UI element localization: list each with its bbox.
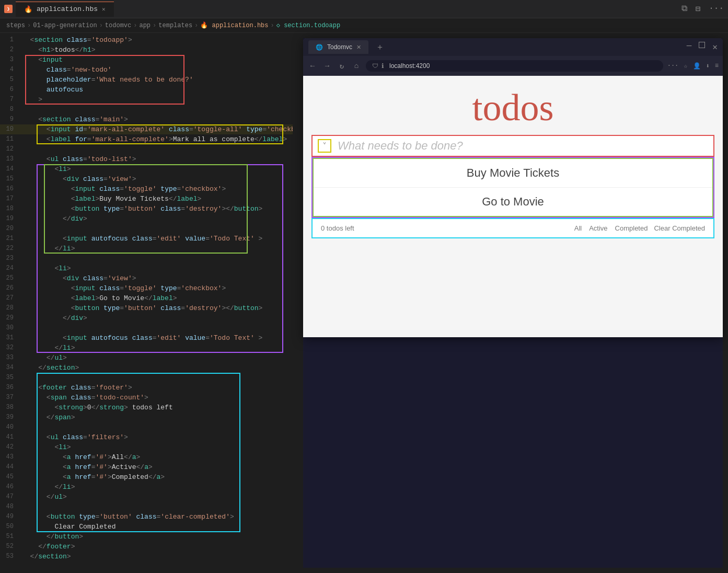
more-icon[interactable]: ··· [709, 4, 724, 14]
address-bar: ← → ↻ ⌂ 🛡 ℹ localhost:4200 ··· ☆ 👤 ⬇ ≡ [303, 56, 723, 76]
address-field[interactable]: 🛡 ℹ localhost:4200 [366, 60, 663, 72]
reload-button[interactable]: ↻ [337, 62, 347, 71]
code-line-30: 30 [0, 323, 293, 333]
breadcrumb-section[interactable]: ◇ section.todoapp [276, 21, 340, 29]
code-line-15: 15 <div class='view'> [0, 174, 293, 184]
todo-app: todos ˅ What needs to be done? [303, 76, 723, 337]
code-line-32: 32 </li> [0, 343, 293, 353]
forward-button[interactable]: → [322, 62, 332, 70]
code-line-33: 33 </ul> [0, 353, 293, 363]
code-line-20: 20 [0, 224, 293, 234]
code-line-37: 37 <span class='todo-count'> [0, 393, 293, 403]
code-line-28: 28 <button type='button' class='destroy'… [0, 303, 293, 313]
sep5: › [194, 22, 198, 29]
title-bar: ❯ 🔥 application.hbs ✕ ⧉ ⊟ ··· [0, 0, 728, 18]
code-line-34: 34 </section> [0, 363, 293, 373]
browser-tab-favicon: 🌐 [316, 44, 323, 51]
code-line-45: 45 <a href='#'>Completed</a> [0, 472, 293, 482]
sep6: › [271, 22, 274, 29]
code-line-39: 39 </span> [0, 412, 293, 422]
code-line-4: 4 class='new-todo' [0, 65, 293, 75]
code-line-26: 26 <input class='toggle' type='checkbox'… [0, 283, 293, 293]
back-button[interactable]: ← [307, 62, 318, 70]
code-line-7: 7 > [0, 95, 293, 105]
code-line-53: 53 </section> [0, 552, 293, 561]
code-line-13: 13 <ul class='todo-list'> [0, 154, 293, 164]
code-line-51: 51 </button> [0, 532, 293, 542]
editor-tab[interactable]: 🔥 application.hbs ✕ [16, 2, 114, 17]
new-tab-button[interactable]: ＋ [373, 42, 387, 53]
title-bar-left: ❯ 🔥 application.hbs ✕ [4, 2, 114, 17]
breadcrumb-file[interactable]: 🔥 application.hbs [200, 21, 268, 29]
close-button[interactable]: ✕ [712, 42, 718, 52]
address-text: localhost:4200 [389, 62, 430, 70]
code-line-10: 10 <input id='mark-all-complete' class='… [0, 124, 293, 134]
code-line-47: 47 </ul> [0, 492, 293, 502]
code-line-38: 38 <strong>0</strong> todos left [0, 403, 293, 412]
browser-preview: 🌐 Todomvc ✕ ＋ — ✕ ← → ↻ ⌂ 🛡 ℹ [303, 38, 723, 568]
browser-tab-label: Todomvc [327, 43, 352, 51]
browser-tab[interactable]: 🌐 Todomvc ✕ [308, 40, 368, 54]
browser-window: 🌐 Todomvc ✕ ＋ — ✕ ← → ↻ ⌂ 🛡 ℹ [303, 38, 723, 337]
breadcrumb-templates[interactable]: templates [158, 22, 192, 29]
todo-text-1: Buy Movie Tickets [322, 166, 704, 180]
maximize-button[interactable] [699, 42, 705, 48]
shield-icon: 🛡 [372, 62, 378, 70]
code-line-21: 21 <input autofocus class='edit' value='… [0, 234, 293, 244]
todo-text-2: Go to Movie [322, 195, 704, 209]
filter-all[interactable]: All [574, 224, 582, 232]
info-icon: ℹ [382, 62, 384, 70]
tab-close-icon[interactable]: ✕ [102, 6, 106, 13]
code-line-24: 24 <li> [0, 263, 293, 273]
app-icon: ❯ [4, 5, 13, 13]
breadcrumb: steps › 01-app-generation › todomvc › ap… [0, 18, 728, 33]
code-line-1: 1 <section class='todoapp'> [0, 35, 293, 45]
code-line-48: 48 [0, 502, 293, 512]
download-icon[interactable]: ⬇ [706, 62, 710, 70]
breadcrumb-gen[interactable]: 01-app-generation [33, 22, 97, 29]
more-icon[interactable]: ≡ [715, 62, 719, 70]
code-line-14: 14 <li> [0, 164, 293, 174]
breadcrumb-todomvc[interactable]: todomvc [105, 22, 131, 29]
toggle-all-checkbox[interactable]: ˅ [318, 139, 331, 153]
profile-icon[interactable]: 👤 [693, 62, 701, 70]
main-content: 1 <section class='todoapp'> 2 <h1>todos<… [0, 33, 728, 573]
filter-active[interactable]: Active [589, 224, 607, 232]
browser-window-controls: — ✕ [687, 42, 718, 52]
code-line-16: 16 <input class='toggle' type='checkbox'… [0, 184, 293, 194]
code-line-18: 18 <button type='button' class='destroy'… [0, 204, 293, 214]
code-line-31: 31 <input autofocus class='edit' value='… [0, 333, 293, 343]
browser-titlebar: 🌐 Todomvc ✕ ＋ — ✕ [303, 38, 723, 56]
todo-placeholder: What needs to be done? [338, 139, 708, 153]
minimize-button[interactable]: — [687, 42, 692, 52]
sep1: › [27, 22, 31, 29]
code-line-46: 46 </li> [0, 482, 293, 492]
bookmark-icon[interactable]: ☆ [684, 62, 687, 70]
filter-completed[interactable]: Completed [615, 224, 648, 232]
code-line-9: 9 <section class='main'> [0, 114, 293, 124]
extensions-icon[interactable]: ··· [667, 62, 679, 70]
title-bar-controls: ⧉ ⊟ ··· [681, 4, 724, 14]
home-button[interactable]: ⌂ [351, 62, 362, 70]
code-line-17: 17 <label>Buy Movie Tickets</label> [0, 194, 293, 204]
code-line-22: 22 </li> [0, 244, 293, 254]
tab-icon: 🔥 [24, 5, 32, 14]
code-line-19: 19 </div> [0, 214, 293, 224]
todo-title: todos [303, 76, 723, 135]
todo-item-2: Go to Movie [314, 188, 712, 216]
layout-icon[interactable]: ⊟ [696, 4, 701, 14]
code-line-49: 49 <button type='button' class='clear-co… [0, 512, 293, 522]
clear-completed[interactable]: Clear Completed [654, 224, 705, 232]
breadcrumb-steps[interactable]: steps [6, 22, 25, 29]
code-line-35: 35 [0, 373, 293, 383]
code-line-27: 27 <label>Go to Movie</label> [0, 293, 293, 303]
code-line-5: 5 placeholder='What needs to be done?' [0, 75, 293, 85]
browser-tab-close[interactable]: ✕ [356, 44, 361, 51]
breadcrumb-app[interactable]: app [139, 22, 151, 29]
code-line-43: 43 <a href='#'>All</a> [0, 452, 293, 462]
split-editor-icon[interactable]: ⧉ [681, 4, 687, 14]
code-line-50: 50 Clear Completed [0, 522, 293, 532]
code-line-23: 23 [0, 254, 293, 263]
code-line-42: 42 <li> [0, 442, 293, 452]
address-icons: ··· ☆ 👤 ⬇ ≡ [667, 62, 719, 70]
